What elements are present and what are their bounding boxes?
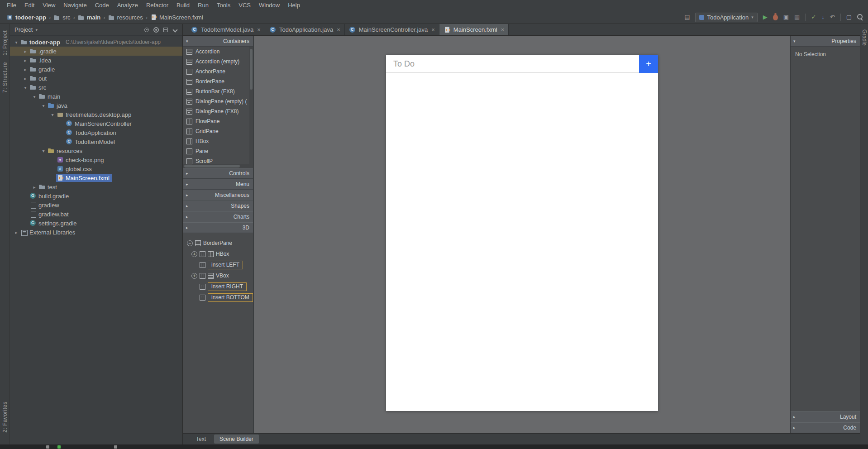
- tree-row-mainscreencontroller[interactable]: MainScreenController: [10, 119, 182, 128]
- tree-row-settings-gradle[interactable]: settings.gradle: [10, 219, 182, 228]
- tree-expanded-arrow[interactable]: ▾: [13, 40, 20, 45]
- vcs-rollback-icon[interactable]: ↶: [830, 14, 835, 21]
- close-icon[interactable]: ×: [257, 26, 261, 33]
- tree-row-todoer-app[interactable]: ▾todoer-appC:\Users\jakeh\IdeaProjects\t…: [10, 38, 182, 47]
- tree-row-todoitemmodel[interactable]: TodoItemModel: [10, 137, 182, 146]
- tree-expanded-arrow[interactable]: ▾: [49, 112, 56, 117]
- menu-item-code[interactable]: Code: [91, 0, 113, 11]
- library-item-dialogpane-fx8[interactable]: DialogPane (FX8): [183, 106, 253, 116]
- gear-icon[interactable]: [153, 27, 159, 33]
- tree-collapsed-arrow[interactable]: ▸: [22, 76, 29, 81]
- layout-icon[interactable]: ▤: [684, 14, 690, 21]
- menu-item-navigate[interactable]: Navigate: [59, 0, 91, 11]
- insert-placeholder[interactable]: insert RIGHT: [208, 282, 247, 291]
- tree-row-idea[interactable]: ▸.idea: [10, 56, 182, 65]
- design-surface[interactable]: To Do +: [386, 55, 658, 411]
- tree-row-main[interactable]: ▾main: [10, 92, 182, 101]
- tree-expanded-arrow[interactable]: ▾: [31, 94, 38, 99]
- library-item-borderpane[interactable]: BorderPane: [183, 76, 253, 86]
- library-item-flowpane[interactable]: FlowPane: [183, 116, 253, 126]
- close-icon[interactable]: ×: [337, 26, 340, 33]
- library-item-scrollp[interactable]: ScrollP: [183, 156, 253, 164]
- scrollbar-thumb[interactable]: [250, 49, 253, 90]
- library-item-dialogpane-empty[interactable]: DialogPane (empty) (: [183, 96, 253, 106]
- locate-icon[interactable]: [144, 27, 149, 33]
- library-section-miscellaneous[interactable]: ▸Miscellaneous: [183, 190, 253, 201]
- view-tab-scene-builder[interactable]: Scene Builder: [214, 435, 259, 444]
- project-view-select[interactable]: Project: [14, 26, 33, 33]
- toolwindow-icon[interactable]: [46, 445, 49, 449]
- tree-collapsed-arrow[interactable]: ▸: [31, 185, 38, 190]
- breadcrumb-item-todoer-app[interactable]: todoer-app: [6, 14, 46, 21]
- profiler-icon[interactable]: ▦: [794, 14, 800, 21]
- library-section-menu[interactable]: ▸Menu: [183, 179, 253, 190]
- run-status-icon[interactable]: [57, 445, 61, 449]
- menu-item-tools[interactable]: Tools: [213, 0, 234, 11]
- tree-row-freetimelabs-desktop-app[interactable]: ▾freetimelabs.desktop.app: [10, 110, 182, 119]
- menu-item-run[interactable]: Run: [194, 0, 213, 11]
- event-log-icon[interactable]: [114, 445, 117, 449]
- insert-placeholder[interactable]: insert BOTTOM: [208, 293, 253, 302]
- menu-item-window[interactable]: Window: [255, 0, 284, 11]
- menu-item-vcs[interactable]: VCS: [234, 0, 255, 11]
- tree-expanded-arrow[interactable]: ▾: [40, 103, 47, 108]
- menu-item-build[interactable]: Build: [172, 0, 194, 11]
- library-section-shapes[interactable]: ▸Shapes: [183, 201, 253, 211]
- properties-section-header[interactable]: ▾ Properties: [791, 36, 860, 47]
- scrollbar-thumb[interactable]: [184, 165, 240, 167]
- breadcrumb-item-resources[interactable]: resources: [108, 14, 143, 21]
- tree-row-resources[interactable]: ▾resources: [10, 146, 182, 155]
- breadcrumb-item-mainscreen-fxml[interactable]: MainScreen.fxml: [150, 14, 203, 21]
- debug-icon[interactable]: [773, 14, 778, 20]
- tree-collapsed-arrow[interactable]: ▸: [13, 230, 20, 235]
- library-section-charts[interactable]: ▸Charts: [183, 211, 253, 222]
- library-item-accordion-empty[interactable]: Accordion (empty): [183, 57, 253, 67]
- vertical-scrollbar[interactable]: [249, 47, 253, 164]
- insert-placeholder[interactable]: insert LEFT: [208, 261, 243, 269]
- breadcrumb-item-main[interactable]: main: [78, 14, 100, 21]
- menu-item-help[interactable]: Help: [284, 0, 304, 11]
- tree-collapsed-arrow[interactable]: ▸: [22, 49, 29, 54]
- editor-tab-todoitemmodel-java[interactable]: TodoItemModel.java×: [187, 24, 265, 35]
- library-section-controls[interactable]: ▸Controls: [183, 168, 253, 179]
- tree-row-gradle[interactable]: ▸gradle: [10, 65, 182, 74]
- library-item-pane[interactable]: Pane: [183, 146, 253, 156]
- tree-row-gradle[interactable]: ▸.gradle: [10, 47, 182, 56]
- vcs-update-icon[interactable]: ↓: [821, 14, 825, 21]
- tree-row-mainscreen-fxml[interactable]: MainScreen.fxml: [10, 173, 182, 182]
- hierarchy-item-vbox[interactable]: +VBox: [183, 270, 253, 281]
- tree-row-global-css[interactable]: global.css: [10, 164, 182, 173]
- run-icon[interactable]: ▶: [763, 14, 768, 21]
- tree-row-java[interactable]: ▾java: [10, 101, 182, 110]
- view-tab-text[interactable]: Text: [191, 435, 211, 444]
- close-icon[interactable]: ×: [431, 26, 435, 33]
- coverage-icon[interactable]: ▣: [783, 14, 789, 21]
- hierarchy-item-hbox[interactable]: +HBox: [183, 248, 253, 259]
- library-item-buttonbar-fx8[interactable]: ButtonBar (FX8): [183, 86, 253, 96]
- scene-builder-canvas[interactable]: To Do +: [254, 36, 790, 433]
- run-config-select[interactable]: TodoApplication▾: [695, 13, 757, 22]
- toggle-plus-icon[interactable]: +: [191, 273, 197, 279]
- library-item-anchorpane[interactable]: AnchorPane: [183, 67, 253, 76]
- tree-row-build-gradle[interactable]: build.gradle: [10, 191, 182, 201]
- tree-row-test[interactable]: ▸test: [10, 182, 182, 191]
- vcs-check-icon[interactable]: ✓: [811, 14, 816, 21]
- hide-panel-icon[interactable]: [172, 27, 178, 33]
- tree-row-todoapplication[interactable]: TodoApplication: [10, 128, 182, 137]
- tree-row-external-libraries[interactable]: ▸External Libraries: [10, 228, 182, 237]
- tree-row-check-box-png[interactable]: check-box.png: [10, 155, 182, 164]
- library-item-gridpane[interactable]: GridPane: [183, 126, 253, 136]
- tree-expanded-arrow[interactable]: ▾: [22, 85, 29, 90]
- properties-section-layout[interactable]: ▸Layout: [791, 411, 860, 422]
- tree-row-gradlew-bat[interactable]: gradlew.bat: [10, 210, 182, 219]
- hierarchy-item-insert-bottom[interactable]: insert BOTTOM: [183, 292, 253, 303]
- tree-row-out[interactable]: ▸out: [10, 74, 182, 83]
- tree-collapsed-arrow[interactable]: ▸: [22, 58, 29, 63]
- menu-item-edit[interactable]: Edit: [20, 0, 38, 11]
- menu-item-file[interactable]: File: [3, 0, 20, 11]
- breadcrumb-item-src[interactable]: src: [53, 14, 70, 21]
- close-icon[interactable]: ×: [501, 26, 505, 33]
- todo-input-field[interactable]: To Do +: [386, 55, 658, 73]
- hierarchy-item-insert-left[interactable]: insert LEFT: [183, 259, 253, 270]
- tool-button-2-favorites[interactable]: 2: Favorites: [2, 401, 8, 433]
